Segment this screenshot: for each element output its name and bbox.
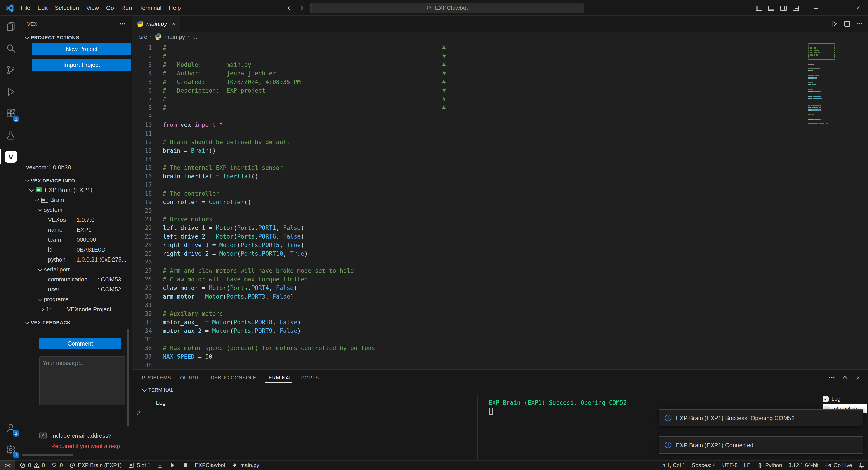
status-cursor-position[interactable]: Ln 1, Col 1 [656, 460, 688, 470]
chevron-up-icon[interactable] [841, 374, 848, 381]
activity-settings[interactable]: 1 [0, 438, 22, 460]
status-language-mode[interactable]: {}Python [753, 460, 785, 470]
activity-testing[interactable] [0, 124, 22, 146]
code-line[interactable]: 36# Max motor speed (percent) for motors… [132, 344, 809, 352]
sidebar-vertical-scrollbar[interactable] [127, 329, 129, 427]
close-icon[interactable]: × [172, 20, 176, 28]
menu-edit[interactable]: Edit [34, 0, 51, 15]
close-icon[interactable] [855, 374, 862, 381]
code-line[interactable]: 34motor_aux_2 = Motor(Ports.PORT9, False… [132, 327, 809, 335]
status-active-file[interactable]: main.py [228, 460, 262, 470]
layout-sidebar-left-icon[interactable] [755, 4, 763, 11]
tree-item-system[interactable]: system [22, 205, 131, 214]
minimize-button[interactable] [806, 0, 827, 16]
code-line[interactable]: 15# The internal EXP inertial sensor [132, 164, 809, 172]
status-remote[interactable]: >< [0, 460, 16, 470]
code-line[interactable]: 2# # [132, 52, 809, 61]
status-ports[interactable]: 0 [48, 460, 66, 470]
menu-help[interactable]: Help [165, 0, 184, 15]
section-device-info[interactable]: VEX DEVICE INFO [22, 176, 131, 186]
tree-item-id[interactable]: id: 0EA81E0D [22, 244, 131, 254]
tree-item-brain[interactable]: Brain [22, 195, 131, 205]
code-line[interactable]: 25right_drive_2 = Motor(Ports.PORT10, Tr… [132, 249, 809, 258]
code-line[interactable]: 9 [132, 112, 809, 121]
arrow-right-icon[interactable] [298, 4, 306, 11]
code-line[interactable]: 33motor_aux_1 = Motor(Ports.PORT8, False… [132, 318, 809, 327]
code-line[interactable]: 1# -------------------------------------… [132, 43, 809, 52]
notification-toast[interactable]: EXP Brain (EXP1) Success: Opening COM52 [659, 409, 864, 427]
section-feedback[interactable]: VEX FEEDBACK [22, 317, 131, 328]
code-line[interactable]: 26 [132, 258, 809, 267]
code-line[interactable]: 23left_drive_2 = Motor(Ports.PORT6, Fals… [132, 232, 809, 241]
activity-explorer[interactable] [0, 16, 22, 37]
tree-item-exp-brain-exp1[interactable]: EXP Brain (EXP1) [22, 185, 131, 195]
more-actions-icon[interactable] [119, 20, 126, 27]
arrow-left-icon[interactable] [286, 4, 293, 11]
section-project-actions[interactable]: PROJECT ACTIONS [22, 33, 131, 42]
comment-button[interactable]: Comment [39, 338, 121, 349]
status-go-live[interactable]: Go Live [822, 460, 855, 470]
code-line[interactable]: 11 [132, 129, 809, 138]
email-checkbox[interactable]: ✓ [39, 432, 46, 439]
code-line[interactable]: 6# Description: EXP project # [132, 86, 809, 95]
activity-extensions[interactable]: 1 [0, 103, 22, 124]
breadcrumb-folder[interactable]: src [139, 33, 147, 40]
code-line[interactable]: 10from vex import * [132, 121, 809, 129]
panel-tab-terminal[interactable]: TERMINAL [261, 370, 297, 385]
status-vex-download[interactable] [154, 460, 166, 470]
code-line[interactable]: 4# Author: jenna_juechter # [132, 69, 809, 78]
split-editor-icon[interactable] [844, 20, 851, 27]
tree-item-programs[interactable]: programs [22, 294, 131, 304]
code-line[interactable]: 13brain = Brain() [132, 146, 809, 155]
code-line[interactable]: 3# Module: main.py # [132, 61, 809, 69]
sidebar-horizontal-scrollbar[interactable] [22, 454, 73, 456]
code-line[interactable]: 32# Auxilary motors [132, 309, 809, 318]
new-project-button[interactable]: New Project [32, 43, 131, 55]
code-line[interactable]: 20 [132, 206, 809, 215]
panel-tab-problems[interactable]: PROBLEMS [137, 370, 176, 385]
terminal-section-header[interactable]: TERMINAL [132, 385, 868, 395]
code-line[interactable]: 18# The controller [132, 189, 809, 198]
tab-main-py[interactable]: main.py× [132, 16, 181, 32]
status-python-version[interactable]: 3.12.1 64-bit [785, 460, 822, 470]
panel-tab-ports[interactable]: PORTS [297, 370, 323, 385]
import-project-button[interactable]: Import Project [32, 59, 131, 71]
code-line[interactable]: 7# # [132, 95, 809, 103]
code-line[interactable]: 12# Brain should be defined by default [132, 138, 809, 146]
status-encoding[interactable]: UTF-8 [719, 460, 741, 470]
code-line[interactable]: 14 [132, 155, 809, 164]
code-line[interactable]: 27# Arm and claw motors will have brake … [132, 267, 809, 275]
panel-tab-debug-console[interactable]: DEBUG CONSOLE [206, 370, 261, 385]
code-line[interactable]: 28# Claw motor will have max torque limi… [132, 275, 809, 284]
tree-item-python[interactable]: python: 1.0.0.21 (0xD275... [22, 254, 131, 264]
more-icon[interactable] [856, 20, 864, 27]
terminal-swap-icon[interactable] [135, 409, 143, 416]
code-editor[interactable]: 1# -------------------------------------… [132, 41, 809, 369]
status-indentation[interactable]: Spaces: 4 [688, 460, 719, 470]
tree-item-communication[interactable]: communication: COM53 [22, 274, 131, 284]
tree-item-user[interactable]: user: COM52 [22, 284, 131, 294]
status-vex-project[interactable]: EXPClawbot [192, 460, 228, 470]
terminal-log-tab[interactable]: Log [156, 399, 166, 406]
activity-accounts[interactable]: 1 [0, 417, 22, 438]
activity-vex[interactable]: V [0, 146, 22, 168]
tree-item-team[interactable]: team: 000000 [22, 234, 131, 244]
menu-run[interactable]: Run [118, 0, 135, 15]
code-line[interactable]: 17 [132, 181, 809, 189]
status-notifications-bell[interactable] [855, 460, 868, 470]
tree-item-1[interactable]: 1:VEXcode Project [22, 304, 131, 314]
code-line[interactable]: 38 [132, 361, 809, 369]
status-vex-stop[interactable] [179, 460, 192, 470]
feedback-message-input[interactable] [39, 357, 125, 405]
activity-source-control[interactable] [0, 59, 22, 81]
status-vex-slot[interactable]: Slot 1 [125, 460, 153, 470]
code-line[interactable]: 8# -------------------------------------… [132, 103, 809, 112]
code-line[interactable]: 16brain_inertial = Inertial() [132, 172, 809, 181]
layout-panel-icon[interactable] [768, 4, 775, 11]
command-center[interactable]: EXPClawbot [310, 3, 584, 13]
code-line[interactable]: 35 [132, 335, 809, 344]
code-line[interactable]: 5# Created: 10/8/2024, 4:08:35 PM # [132, 78, 809, 86]
maximize-button[interactable] [827, 0, 847, 16]
notification-toast[interactable]: EXP Brain (EXP1) Connected [659, 436, 864, 454]
tree-item-vexos[interactable]: VEXos: 1.0.7.0 [22, 214, 131, 225]
